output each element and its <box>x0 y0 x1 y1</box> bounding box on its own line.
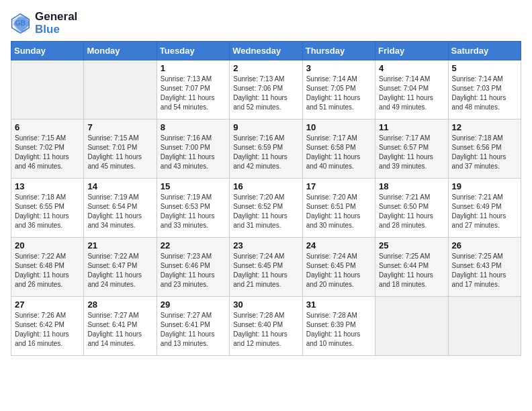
day-number: 5 <box>452 63 517 73</box>
calendar-cell: 26Sunrise: 7:25 AMSunset: 6:43 PMDayligh… <box>448 238 521 297</box>
calendar-cell: 2Sunrise: 7:13 AMSunset: 7:06 PMDaylight… <box>230 60 302 120</box>
day-info: Sunrise: 7:23 AMSunset: 6:46 PMDaylight:… <box>161 252 226 289</box>
calendar-cell: 13Sunrise: 7:18 AMSunset: 6:55 PMDayligh… <box>11 179 84 238</box>
weekday-header-thursday: Thursday <box>302 42 375 60</box>
calendar-cell: 14Sunrise: 7:19 AMSunset: 6:54 PMDayligh… <box>84 179 157 238</box>
calendar-cell: 25Sunrise: 7:25 AMSunset: 6:44 PMDayligh… <box>375 238 448 297</box>
calendar-cell: 20Sunrise: 7:22 AMSunset: 6:48 PMDayligh… <box>11 238 84 297</box>
calendar-cell <box>11 60 84 120</box>
day-number: 28 <box>87 300 152 310</box>
calendar-cell: 23Sunrise: 7:24 AMSunset: 6:45 PMDayligh… <box>230 238 302 297</box>
day-info: Sunrise: 7:16 AMSunset: 7:00 PMDaylight:… <box>161 134 226 171</box>
calendar-cell <box>448 297 521 356</box>
day-info: Sunrise: 7:28 AMSunset: 6:40 PMDaylight:… <box>233 311 298 349</box>
day-info: Sunrise: 7:26 AMSunset: 6:42 PMDaylight:… <box>15 311 80 349</box>
day-number: 31 <box>306 300 371 310</box>
day-number: 11 <box>379 122 444 132</box>
day-number: 1 <box>161 63 226 73</box>
day-number: 6 <box>15 122 80 132</box>
calendar-cell: 19Sunrise: 7:21 AMSunset: 6:49 PMDayligh… <box>448 179 521 238</box>
calendar-cell: 12Sunrise: 7:18 AMSunset: 6:56 PMDayligh… <box>448 120 521 179</box>
svg-text:GB: GB <box>15 19 26 27</box>
day-info: Sunrise: 7:15 AMSunset: 7:01 PMDaylight:… <box>87 134 152 171</box>
day-info: Sunrise: 7:21 AMSunset: 6:49 PMDaylight:… <box>452 193 517 230</box>
day-number: 21 <box>87 240 152 250</box>
day-number: 15 <box>161 181 226 191</box>
weekday-header-monday: Monday <box>84 42 157 60</box>
calendar-cell: 6Sunrise: 7:15 AMSunset: 7:02 PMDaylight… <box>11 120 84 179</box>
day-info: Sunrise: 7:25 AMSunset: 6:44 PMDaylight:… <box>379 252 444 289</box>
header: GB General Blue <box>11 11 521 36</box>
weekday-header-friday: Friday <box>375 42 448 60</box>
calendar-cell: 30Sunrise: 7:28 AMSunset: 6:40 PMDayligh… <box>230 297 302 356</box>
calendar-cell: 17Sunrise: 7:20 AMSunset: 6:51 PMDayligh… <box>302 179 375 238</box>
day-info: Sunrise: 7:22 AMSunset: 6:48 PMDaylight:… <box>15 252 80 289</box>
day-info: Sunrise: 7:13 AMSunset: 7:06 PMDaylight:… <box>233 75 298 112</box>
day-info: Sunrise: 7:14 AMSunset: 7:04 PMDaylight:… <box>379 75 444 112</box>
calendar-week-row: 20Sunrise: 7:22 AMSunset: 6:48 PMDayligh… <box>11 238 521 297</box>
calendar-table: SundayMondayTuesdayWednesdayThursdayFrid… <box>11 41 521 356</box>
day-info: Sunrise: 7:25 AMSunset: 6:43 PMDaylight:… <box>452 252 517 289</box>
day-number: 18 <box>379 181 444 191</box>
day-info: Sunrise: 7:15 AMSunset: 7:02 PMDaylight:… <box>15 134 80 171</box>
day-info: Sunrise: 7:19 AMSunset: 6:54 PMDaylight:… <box>87 193 152 230</box>
day-number: 23 <box>233 240 298 250</box>
day-number: 22 <box>161 240 226 250</box>
day-number: 2 <box>233 63 298 73</box>
day-number: 3 <box>306 63 371 73</box>
calendar-cell: 11Sunrise: 7:17 AMSunset: 6:57 PMDayligh… <box>375 120 448 179</box>
calendar-cell: 4Sunrise: 7:14 AMSunset: 7:04 PMDaylight… <box>375 60 448 120</box>
calendar-cell: 3Sunrise: 7:14 AMSunset: 7:05 PMDaylight… <box>302 60 375 120</box>
calendar-cell: 27Sunrise: 7:26 AMSunset: 6:42 PMDayligh… <box>11 297 84 356</box>
calendar-cell: 7Sunrise: 7:15 AMSunset: 7:01 PMDaylight… <box>84 120 157 179</box>
weekday-header-sunday: Sunday <box>11 42 84 60</box>
logo-icon: GB <box>11 13 32 34</box>
day-info: Sunrise: 7:24 AMSunset: 6:45 PMDaylight:… <box>233 252 298 289</box>
day-number: 27 <box>15 300 80 310</box>
calendar-cell: 22Sunrise: 7:23 AMSunset: 6:46 PMDayligh… <box>157 238 229 297</box>
calendar-cell: 9Sunrise: 7:16 AMSunset: 6:59 PMDaylight… <box>230 120 302 179</box>
day-number: 19 <box>452 181 517 191</box>
day-number: 25 <box>379 240 444 250</box>
weekday-header-saturday: Saturday <box>448 42 521 60</box>
day-number: 29 <box>161 300 226 310</box>
weekday-header-row: SundayMondayTuesdayWednesdayThursdayFrid… <box>11 42 521 60</box>
calendar-cell: 18Sunrise: 7:21 AMSunset: 6:50 PMDayligh… <box>375 179 448 238</box>
weekday-header-wednesday: Wednesday <box>230 42 302 60</box>
day-number: 10 <box>306 122 371 132</box>
calendar-week-row: 27Sunrise: 7:26 AMSunset: 6:42 PMDayligh… <box>11 297 521 356</box>
day-info: Sunrise: 7:24 AMSunset: 6:45 PMDaylight:… <box>306 252 371 289</box>
calendar-cell: 24Sunrise: 7:24 AMSunset: 6:45 PMDayligh… <box>302 238 375 297</box>
day-info: Sunrise: 7:13 AMSunset: 7:07 PMDaylight:… <box>161 75 226 112</box>
day-number: 9 <box>233 122 298 132</box>
day-info: Sunrise: 7:16 AMSunset: 6:59 PMDaylight:… <box>233 134 298 171</box>
day-number: 26 <box>452 240 517 250</box>
day-info: Sunrise: 7:17 AMSunset: 6:58 PMDaylight:… <box>306 134 371 171</box>
logo: GB General Blue <box>11 11 77 36</box>
day-info: Sunrise: 7:14 AMSunset: 7:05 PMDaylight:… <box>306 75 371 112</box>
day-info: Sunrise: 7:17 AMSunset: 6:57 PMDaylight:… <box>379 134 444 171</box>
day-number: 24 <box>306 240 371 250</box>
calendar-cell: 29Sunrise: 7:27 AMSunset: 6:41 PMDayligh… <box>157 297 229 356</box>
day-number: 4 <box>379 63 444 73</box>
calendar-cell: 15Sunrise: 7:19 AMSunset: 6:53 PMDayligh… <box>157 179 229 238</box>
calendar-cell: 10Sunrise: 7:17 AMSunset: 6:58 PMDayligh… <box>302 120 375 179</box>
day-info: Sunrise: 7:20 AMSunset: 6:52 PMDaylight:… <box>233 193 298 230</box>
calendar-cell: 21Sunrise: 7:22 AMSunset: 6:47 PMDayligh… <box>84 238 157 297</box>
calendar-week-row: 6Sunrise: 7:15 AMSunset: 7:02 PMDaylight… <box>11 120 521 179</box>
day-info: Sunrise: 7:21 AMSunset: 6:50 PMDaylight:… <box>379 193 444 230</box>
day-number: 16 <box>233 181 298 191</box>
day-number: 14 <box>87 181 152 191</box>
day-info: Sunrise: 7:14 AMSunset: 7:03 PMDaylight:… <box>452 75 517 112</box>
calendar-cell: 5Sunrise: 7:14 AMSunset: 7:03 PMDaylight… <box>448 60 521 120</box>
weekday-header-tuesday: Tuesday <box>157 42 229 60</box>
day-number: 13 <box>15 181 80 191</box>
day-number: 30 <box>233 300 298 310</box>
day-number: 7 <box>87 122 152 132</box>
day-number: 20 <box>15 240 80 250</box>
day-info: Sunrise: 7:20 AMSunset: 6:51 PMDaylight:… <box>306 193 371 230</box>
day-info: Sunrise: 7:27 AMSunset: 6:41 PMDaylight:… <box>87 311 152 349</box>
calendar-cell: 8Sunrise: 7:16 AMSunset: 7:00 PMDaylight… <box>157 120 229 179</box>
calendar-cell: 31Sunrise: 7:28 AMSunset: 6:39 PMDayligh… <box>302 297 375 356</box>
day-number: 17 <box>306 181 371 191</box>
